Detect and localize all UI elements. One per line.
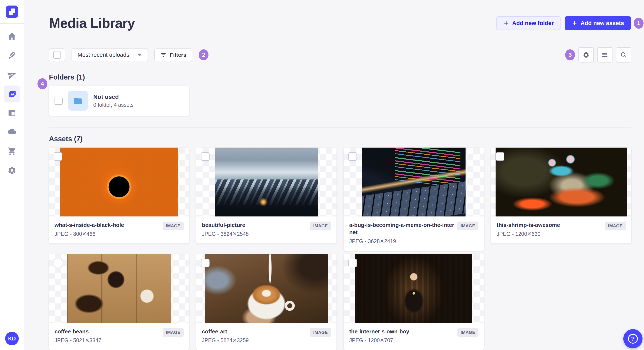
asset-meta: JPEG - 1200✕630 <box>497 231 560 237</box>
asset-checkbox[interactable] <box>54 259 62 267</box>
sidebar-item-releases[interactable] <box>0 65 24 84</box>
asset-card[interactable]: this-shrimp-is-awesome JPEG - 1200✕630 I… <box>491 148 631 243</box>
folder-checkbox[interactable] <box>54 97 62 105</box>
sidebar-item-media-library[interactable] <box>0 84 24 103</box>
feather-icon <box>8 51 16 60</box>
cart-icon <box>8 147 16 156</box>
annotation-badge-3: 3 <box>565 49 575 60</box>
question-mark-icon: ? <box>628 334 638 344</box>
asset-card[interactable]: beautiful-picture JPEG - 3824✕2548 IMAGE <box>196 148 336 243</box>
list-view-button[interactable] <box>597 47 612 62</box>
sidebar-item-home[interactable] <box>0 27 24 46</box>
assets-heading: Assets (7) <box>49 135 631 143</box>
settings-icon <box>8 166 16 175</box>
toolbar: Most recent uploads Filters 2 3 <box>49 47 631 62</box>
view-settings-button[interactable] <box>578 47 594 62</box>
folder-meta: 0 folder, 4 assets <box>93 102 134 108</box>
asset-card[interactable]: coffee-beans JPEG - 5021✕3347 IMAGE <box>49 254 189 350</box>
asset-thumbnail <box>491 148 631 216</box>
add-new-folder-button[interactable]: Add new folder <box>496 16 560 30</box>
asset-card[interactable]: a-bug-is-becoming-a-meme-on-the-internet… <box>344 148 484 251</box>
header-actions: Add new folder Add new assets 1 <box>496 16 631 30</box>
annotation-badge-4: 4 <box>38 78 47 89</box>
asset-image-laptop-code <box>362 148 466 216</box>
asset-name: this-shrimp-is-awesome <box>497 222 560 229</box>
asset-name: coffee-art <box>202 328 249 335</box>
asset-name: beautiful-picture <box>202 222 249 229</box>
paper-plane-icon <box>6 69 18 80</box>
home-icon <box>8 32 16 41</box>
asset-card-footer: this-shrimp-is-awesome JPEG - 1200✕630 I… <box>491 216 631 243</box>
asset-checkbox[interactable] <box>348 152 357 161</box>
asset-card-footer: coffee-beans JPEG - 5021✕3347 IMAGE <box>49 323 189 350</box>
asset-checkbox[interactable] <box>348 259 357 267</box>
asset-name: a-bug-is-becoming-a-meme-on-the-internet <box>349 222 454 236</box>
sort-select[interactable]: Most recent uploads <box>72 48 148 61</box>
sidebar-item-settings[interactable] <box>0 161 24 180</box>
sidebar-item-deploy[interactable] <box>0 123 24 142</box>
app-logo[interactable] <box>6 5 18 18</box>
asset-card-footer: what-s-inside-a-black-hole JPEG - 800✕46… <box>49 216 189 243</box>
asset-meta: JPEG - 5021✕3347 <box>54 337 101 344</box>
sidebar-item-content-manager[interactable] <box>0 46 24 65</box>
asset-type-badge: IMAGE <box>605 222 626 230</box>
section-divider <box>49 127 631 128</box>
filters-label: Filters <box>170 52 186 58</box>
folders-section-header: Folders (1) 4 <box>49 73 85 81</box>
asset-checkbox[interactable] <box>54 152 62 161</box>
folder-icon <box>73 96 83 105</box>
sidebar-item-content-type-builder[interactable] <box>0 103 24 123</box>
asset-meta: JPEG - 3628✕2419 <box>349 238 454 244</box>
asset-card[interactable]: coffee-art JPEG - 5824✕3259 IMAGE <box>196 254 336 350</box>
folder-icon-tile <box>68 91 88 111</box>
asset-meta: JPEG - 3824✕2548 <box>202 231 249 237</box>
logo-block <box>0 0 24 24</box>
help-button[interactable]: ? <box>623 329 642 348</box>
sidebar-nav <box>0 24 24 180</box>
asset-meta: JPEG - 1200✕707 <box>349 337 409 344</box>
sort-select-value: Most recent uploads <box>78 52 129 58</box>
asset-card-footer: the-internet-s-own-boy JPEG - 1200✕707 I… <box>344 323 484 350</box>
folder-card[interactable]: Not used 0 folder, 4 assets <box>49 86 189 116</box>
selected-item-highlight <box>4 85 20 102</box>
asset-type-badge: IMAGE <box>458 328 478 337</box>
add-new-assets-button[interactable]: Add new assets <box>565 16 631 30</box>
asset-thumbnail <box>196 254 336 323</box>
asset-checkbox[interactable] <box>201 152 210 161</box>
folder-name: Not used <box>93 94 134 100</box>
annotation-badge-2: 2 <box>199 49 208 60</box>
search-button[interactable] <box>616 47 631 62</box>
folders-heading: Folders (1) <box>49 73 85 81</box>
plus-icon <box>572 20 578 26</box>
select-all-checkbox-button[interactable] <box>49 48 65 61</box>
user-initials: KD <box>8 336 16 342</box>
asset-checkbox[interactable] <box>201 259 210 267</box>
toolbar-left: Most recent uploads Filters 2 <box>49 48 208 61</box>
asset-image-mountains <box>215 148 318 216</box>
asset-image-black-hole <box>60 148 178 216</box>
chevron-down-icon <box>137 54 142 56</box>
plus-icon <box>503 20 509 26</box>
select-all-checkbox[interactable] <box>53 51 61 59</box>
asset-type-badge: IMAGE <box>458 222 478 230</box>
asset-name: what-s-inside-a-black-hole <box>54 222 124 229</box>
filter-icon <box>160 52 166 58</box>
filters-button[interactable]: Filters <box>154 48 192 61</box>
asset-card[interactable]: the-internet-s-own-boy JPEG - 1200✕707 I… <box>344 254 484 350</box>
asset-card[interactable]: what-s-inside-a-black-hole JPEG - 800✕46… <box>49 148 189 243</box>
search-icon <box>620 51 627 58</box>
asset-name: coffee-beans <box>54 328 101 335</box>
media-library-icon <box>8 89 16 98</box>
add-new-assets-label: Add new assets <box>580 20 624 26</box>
sidebar-item-marketplace[interactable] <box>0 142 24 161</box>
add-new-folder-label: Add new folder <box>512 20 554 26</box>
asset-name: the-internet-s-own-boy <box>349 328 409 335</box>
main-content: Media Library Add new folder Add new ass… <box>24 0 644 350</box>
asset-card-footer: a-bug-is-becoming-a-meme-on-the-internet… <box>344 216 484 251</box>
asset-type-badge: IMAGE <box>310 222 331 230</box>
folder-info: Not used 0 folder, 4 assets <box>93 94 134 108</box>
cloud-icon <box>8 128 16 137</box>
user-avatar[interactable]: KD <box>5 332 19 345</box>
asset-checkbox[interactable] <box>496 152 504 161</box>
asset-image-library-boy <box>355 254 472 323</box>
